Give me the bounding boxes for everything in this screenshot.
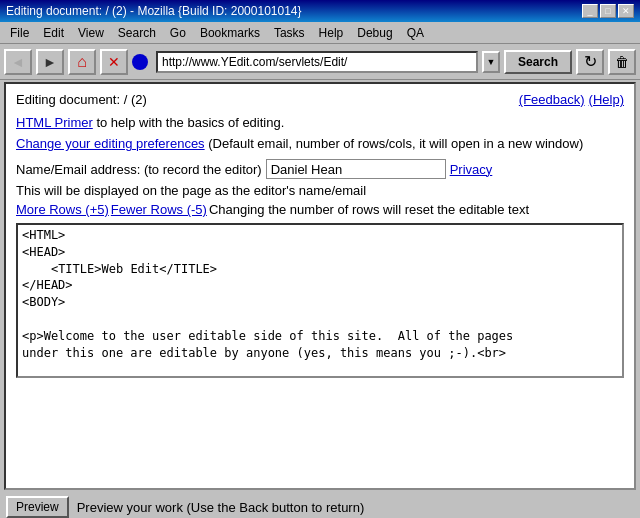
editor-textarea[interactable]	[16, 223, 624, 378]
minimize-button[interactable]: _	[582, 4, 598, 18]
menu-view[interactable]: View	[72, 24, 110, 42]
page-header: Editing document: / (2) (Feedback) (Help…	[16, 92, 624, 107]
refresh-button[interactable]: ↻	[576, 49, 604, 75]
feedback-link[interactable]: (Feedback)	[519, 92, 585, 107]
change-prefs-section: Change your editing preferences (Default…	[16, 136, 624, 151]
address-bar: ▼	[132, 51, 500, 73]
change-prefs-text: (Default email, number of rows/cols, it …	[205, 136, 584, 151]
html-primer-link[interactable]: HTML Primer	[16, 115, 93, 130]
menu-go[interactable]: Go	[164, 24, 192, 42]
home-button[interactable]: ⌂	[68, 49, 96, 75]
window-controls: _ □ ✕	[582, 4, 634, 18]
html-primer-text: to help with the basics of editing.	[93, 115, 285, 130]
menu-help[interactable]: Help	[313, 24, 350, 42]
forward-button[interactable]: ►	[36, 49, 64, 75]
page-title: Editing document: / (2)	[16, 92, 147, 107]
name-label: Name/Email address: (to record the edito…	[16, 162, 262, 177]
back-button[interactable]: ◄	[4, 49, 32, 75]
header-links: (Feedback) (Help)	[519, 92, 624, 107]
rows-bar: More Rows (+5) Fewer Rows (-5) Changing …	[16, 202, 624, 217]
more-rows-link[interactable]: More Rows (+5)	[16, 202, 109, 217]
address-dropdown-button[interactable]: ▼	[482, 51, 500, 73]
close-button[interactable]: ✕	[618, 4, 634, 18]
menu-debug[interactable]: Debug	[351, 24, 398, 42]
menu-bookmarks[interactable]: Bookmarks	[194, 24, 266, 42]
help-link[interactable]: (Help)	[589, 92, 624, 107]
change-prefs-link[interactable]: Change your editing preferences	[16, 136, 205, 151]
privacy-link[interactable]: Privacy	[450, 162, 493, 177]
menu-edit[interactable]: Edit	[37, 24, 70, 42]
address-input[interactable]	[156, 51, 478, 73]
preview-bar: Preview Preview your work (Use the Back …	[0, 492, 640, 518]
window-title-text: Editing document: / (2) - Mozilla {Build…	[6, 4, 302, 18]
name-row: Name/Email address: (to record the edito…	[16, 159, 624, 198]
stop-button[interactable]: ✕	[100, 49, 128, 75]
trash-button[interactable]: 🗑	[608, 49, 636, 75]
maximize-button[interactable]: □	[600, 4, 616, 18]
search-button[interactable]: Search	[504, 50, 572, 74]
menu-tasks[interactable]: Tasks	[268, 24, 311, 42]
window-title: Editing document: / (2) - Mozilla {Build…	[6, 4, 302, 18]
name-input[interactable]	[266, 159, 446, 179]
privacy-text: This will be displayed on the page as th…	[16, 183, 366, 198]
fewer-rows-link[interactable]: Fewer Rows (-5)	[111, 202, 207, 217]
preview-note: Preview your work (Use the Back button t…	[77, 500, 365, 515]
rows-change-text: Changing the number of rows will reset t…	[209, 202, 529, 217]
globe-icon	[132, 54, 148, 70]
toolbar: ◄ ► ⌂ ✕ ▼ Search ↻ 🗑	[0, 44, 640, 80]
menu-file[interactable]: File	[4, 24, 35, 42]
menu-bar: File Edit View Search Go Bookmarks Tasks…	[0, 22, 640, 44]
primer-section: HTML Primer to help with the basics of e…	[16, 115, 624, 130]
preview-button[interactable]: Preview	[6, 496, 69, 518]
menu-search[interactable]: Search	[112, 24, 162, 42]
content-area: Editing document: / (2) (Feedback) (Help…	[4, 82, 636, 490]
menu-qa[interactable]: QA	[401, 24, 430, 42]
window-title-bar: Editing document: / (2) - Mozilla {Build…	[0, 0, 640, 22]
